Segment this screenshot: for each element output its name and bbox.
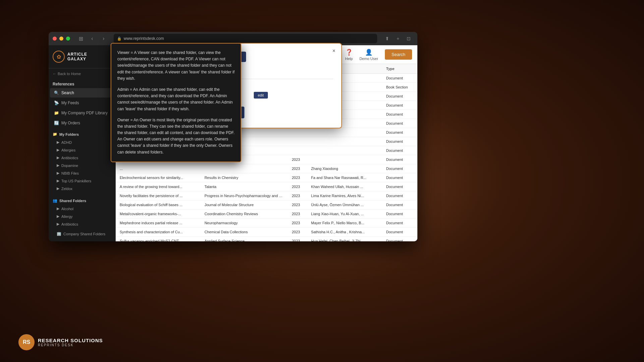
cell-authors: Lima Karine Ramires, Alves Ni... — [307, 191, 382, 200]
address-bar[interactable]: 🔒 www.reprintsdesk.com — [114, 34, 377, 43]
table-row: Metal/covalent-organic frameworks-... Co… — [116, 209, 417, 219]
folder-adhd[interactable]: ▶ ADHD — [49, 138, 116, 146]
folder-zeldox[interactable]: ▶ Zeldox — [49, 185, 116, 192]
folder-arrow-icon: ▶ — [57, 163, 59, 168]
help-icon: ❓ — [345, 49, 353, 56]
folder-top-us-painkillers[interactable]: ▶ Top US Painkillers — [49, 177, 116, 185]
help-label: Help — [345, 57, 353, 61]
table-row: ... 2023 Zhang Xiaodong Document — [116, 164, 417, 173]
folder-arrow-icon: ▶ — [57, 140, 59, 144]
sidebar-item-orders[interactable]: 🔄 My Orders — [50, 118, 114, 128]
cell-type: Document — [382, 128, 417, 137]
folder-arrow-icon: ▶ — [57, 156, 59, 160]
sidebar-item-pdf-library[interactable]: 📁 My Company PDF Library — [50, 108, 114, 118]
cell-type: Document — [382, 182, 417, 191]
back-to-home-link[interactable]: ← Back to Home — [49, 68, 116, 79]
forward-btn[interactable]: › — [99, 34, 108, 43]
cell-title: Novelty facilitates the persistence of .… — [116, 191, 200, 200]
pdf-library-icon: 📁 — [54, 111, 59, 115]
table-row: A review of the growing trend toward... … — [116, 182, 417, 191]
minimize-window-btn[interactable] — [59, 37, 63, 41]
sub-name: REPRINTS DESK — [38, 343, 103, 347]
cell-type: Document — [382, 92, 417, 101]
shared-folders-header: 👥 Shared Folders — [49, 196, 116, 205]
modal-close-btn[interactable]: × — [330, 47, 338, 55]
shared-folder-antibiotics[interactable]: ▶ Antibiotics — [49, 220, 116, 228]
cell-type: Document — [382, 155, 417, 164]
shared-folders-section: 👥 Shared Folders ▶ Alcohol ▶ Allergy ▶ A… — [49, 194, 116, 230]
folder-antibiotics[interactable]: ▶ Antibiotics — [49, 154, 116, 162]
search-button[interactable]: Search — [385, 49, 412, 60]
cell-journal: Talanta — [200, 182, 288, 191]
cell-title: Biological evaluation of Schiff bases ..… — [116, 200, 200, 209]
back-to-home-label: Back to Home — [58, 72, 81, 76]
sidebar-item-feeds[interactable]: 📡 My Feeds — [50, 98, 114, 108]
maximize-window-btn[interactable] — [66, 37, 70, 41]
cell-type: Document — [382, 119, 417, 128]
cell-authors — [307, 137, 382, 146]
back-btn[interactable]: ‹ — [87, 34, 97, 43]
access-level-tooltip: Viewer = A Viewer can see the shared fol… — [111, 43, 241, 162]
cell-type: Document — [382, 101, 417, 110]
folder-dopamine[interactable]: ▶ Dopamine — [49, 162, 116, 169]
folder-icon: ▶ — [57, 222, 59, 226]
sidebar-feeds-label: My Feeds — [61, 101, 79, 105]
feeds-icon: 📡 — [54, 101, 59, 105]
cell-type: Book Section — [382, 83, 417, 92]
research-solutions-footer: RS RESEARCH SOLUTIONS REPRINTS DESK — [18, 334, 103, 350]
company-shared-icon: 🏢 — [57, 232, 61, 236]
cell-type: Document — [382, 164, 417, 173]
folder-icon: ▶ — [57, 214, 59, 219]
sidebar-search-label: Search — [61, 90, 74, 95]
shared-folder-allergy[interactable]: ▶ Allergy — [49, 213, 116, 220]
edit-administrator-btn[interactable]: edit — [254, 92, 268, 99]
folder-allergies[interactable]: ▶ Allergies — [49, 146, 116, 154]
new-tab-btn[interactable]: + — [393, 34, 403, 43]
cell-year: 2023 — [288, 191, 307, 200]
company-shared-folders[interactable]: 🏢 Company Shared Folders — [49, 230, 116, 238]
sidebar-orders-label: My Orders — [61, 121, 80, 125]
table-row: Biological evaluation of Schiff bases ..… — [116, 200, 417, 209]
cell-year — [288, 146, 307, 155]
folder-icon: 📁 — [53, 132, 57, 136]
cell-journal: Results in Chemistry — [200, 173, 288, 182]
close-window-btn[interactable] — [53, 37, 57, 41]
lock-icon: 🔒 — [117, 37, 122, 41]
cell-authors: Ünlü Ayse, Özmen Ümmühan ... — [307, 200, 382, 209]
shared-folder-alcohol[interactable]: ▶ Alcohol — [49, 205, 116, 213]
cell-authors: Fa and Shara Nar Rasnawati, R... — [307, 173, 382, 182]
folder-nbib[interactable]: ▶ NBIB Files — [49, 169, 116, 177]
sidebar: ✿ ARTICLEGALAXY ← Back to Home Reference… — [49, 45, 116, 241]
table-row: Mephedrone induces partial release ... N… — [116, 219, 417, 228]
access-table-col-action — [250, 69, 333, 79]
cell-type: Document — [382, 237, 417, 242]
app-logo: ✿ ARTICLEGALAXY — [49, 45, 116, 68]
user-label: Demo User — [359, 57, 378, 61]
cell-year: 2023 — [288, 155, 307, 164]
cell-journal: Progress in Neuro-Psychopharmacology and… — [200, 191, 288, 200]
cell-authors: Liang Xiao-Huan, Yu Al-Xuan, ... — [307, 209, 382, 219]
share-btn[interactable]: ⬆ — [383, 34, 392, 43]
cell-type: Document — [382, 74, 417, 83]
cell-journal — [200, 164, 288, 173]
table-row: Synthesis and characterization of Cu... … — [116, 228, 417, 237]
access-action-owner — [250, 79, 333, 89]
cell-year: 2023 — [288, 209, 307, 219]
table-row: Sulfur-vacancy-enriched MoS2-CNT... Appl… — [116, 237, 417, 242]
folder-arrow-icon: ▶ — [57, 148, 59, 152]
folder-arrow-icon: ▶ — [57, 186, 59, 191]
table-row: Novelty facilitates the persistence of .… — [116, 191, 417, 200]
help-action[interactable]: ❓ Help — [345, 49, 353, 61]
cell-type: Document — [382, 110, 417, 119]
browser-controls: ⊞ ‹ › — [76, 34, 108, 43]
cell-authors: Zhang Xiaodong — [307, 164, 382, 173]
browser-actions: ⬆ + ⊡ — [383, 34, 413, 43]
sidebar-item-search[interactable]: 🔍 Search — [50, 88, 114, 98]
cell-journal: Applied Surface Science — [200, 237, 288, 242]
user-action[interactable]: 👤 Demo User — [359, 49, 378, 61]
cell-journal: Chemical Data Collections — [200, 228, 288, 237]
sidebar-toggle-btn[interactable]: ⊞ — [76, 34, 85, 43]
split-view-btn[interactable]: ⊡ — [404, 34, 413, 43]
shared-folders-label: Shared Folders — [59, 199, 86, 203]
my-folders-label: My Folders — [59, 132, 79, 136]
